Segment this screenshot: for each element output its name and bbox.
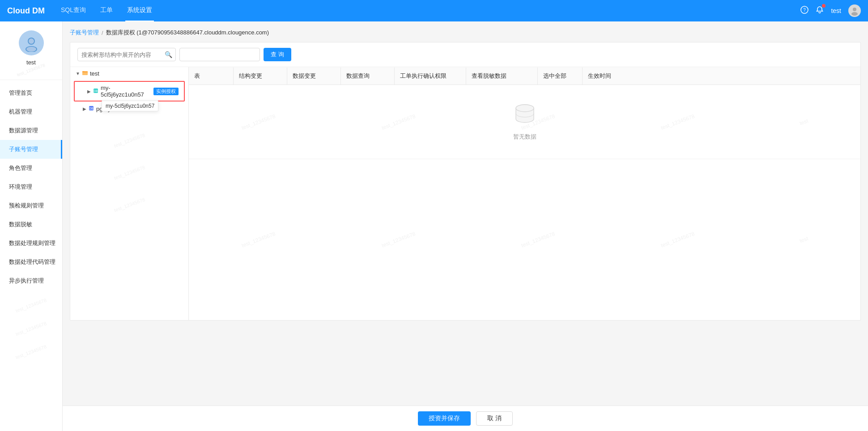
breadcrumb-sep: / [102, 30, 103, 36]
tree-item-mysql[interactable]: ▶ DB my-5cl5j6yzc1u0n57 实例授权 [75, 82, 184, 101]
th-ticket: 工单执行确认权限 [395, 68, 466, 85]
toolbar: 🔍 查 询 [70, 42, 860, 67]
sidebar-avatar-icon [19, 30, 44, 55]
nav-system-settings[interactable]: 系统设置 [125, 0, 154, 21]
top-navigation: Cloud DM SQL查询 工单 系统设置 ? test [0, 0, 868, 21]
main-layout: test test_12345678 管理首页 机器管理 数据源管理 子账号管理… [0, 21, 868, 431]
sidebar-item-environment[interactable]: 环境管理 [0, 177, 62, 196]
user-avatar[interactable] [848, 4, 861, 17]
tree-panel: ▼ test ▶ DB my-5cl5j6yzc1u [70, 67, 189, 320]
svg-text:DB: DB [94, 89, 98, 93]
tree-wm3: test_12345678 [113, 197, 146, 213]
th-effective: 生效时间 [583, 68, 636, 85]
mysql-icon: DB [93, 88, 99, 95]
wm-r2: test_12345678 [381, 113, 416, 131]
svg-text:DB: DB [89, 107, 94, 110]
right-panel: 表 结构变更 数据变更 数据查询 工单执行确认权限 查看脱敏数据 选中全部 生效… [189, 67, 860, 320]
empty-state: 暂无数据 [512, 85, 537, 159]
sidebar-item-role[interactable]: 角色管理 [0, 159, 62, 177]
sidebar-user: test test_12345678 [0, 21, 62, 80]
svg-text:?: ? [804, 8, 806, 13]
sidebar-item-data-process-code[interactable]: 数据处理代码管理 [0, 253, 62, 271]
app-logo: Cloud DM [7, 6, 45, 16]
bottom-bar: 授资并保存 取 消 [63, 406, 868, 431]
sidebar: test test_12345678 管理首页 机器管理 数据源管理 子账号管理… [0, 21, 63, 431]
sidebar-item-dashboard[interactable]: 管理首页 [0, 84, 62, 102]
tree-item-root[interactable]: ▼ test [70, 67, 188, 80]
query-button[interactable]: 查 询 [264, 48, 291, 61]
nav-ticket[interactable]: 工单 [98, 0, 115, 21]
svg-point-7 [26, 47, 36, 52]
svg-rect-9 [82, 71, 85, 72]
th-data-query: 数据查询 [341, 68, 395, 85]
content-card: 🔍 查 询 ▼ test [70, 42, 861, 321]
username-label: test [831, 7, 841, 14]
action-tag[interactable]: 实例授权 [153, 88, 179, 95]
sidebar-item-machine[interactable]: 机器管理 [0, 102, 62, 121]
tree-mysql-label: my-5cl5j6yzc1u0n57 [101, 85, 152, 98]
expand-icon-mysql: ▶ [87, 89, 91, 94]
query-input[interactable] [179, 48, 260, 61]
breadcrumb-db-auth: 数据库授权 (1@70790956348886647.clouddm.cloug… [106, 29, 269, 37]
empty-db-icon [512, 103, 537, 129]
nav-items: SQL查询 工单 系统设置 [59, 0, 800, 21]
th-table: 表 [189, 68, 234, 85]
search-icon: 🔍 [165, 51, 172, 58]
th-desensitize: 查看脱敏数据 [466, 68, 538, 85]
search-input[interactable] [77, 48, 176, 61]
tree-root-label: test [90, 70, 183, 77]
wm-b1: test_12345678 [241, 231, 276, 249]
th-struct: 结构变更 [234, 68, 287, 85]
table-header: 表 结构变更 数据变更 数据查询 工单执行确认权限 查看脱敏数据 选中全部 生效… [189, 67, 860, 85]
nav-right: ? test [800, 4, 861, 17]
sidebar-item-subaccount[interactable]: 子账号管理 [0, 140, 62, 159]
tooltip-popup: my-5cl5j6yzc1u0n57 [102, 101, 158, 111]
breadcrumb: 子账号管理 / 数据库授权 (1@70790956348886647.cloud… [70, 29, 861, 37]
svg-point-2 [853, 8, 856, 11]
table-body: test_12345678 test_12345678 test_1234567… [189, 85, 860, 320]
nav-sql-query[interactable]: SQL查询 [59, 0, 88, 21]
sidebar-item-datasource[interactable]: 数据源管理 [0, 121, 62, 140]
main-content: 子账号管理 / 数据库授权 (1@70790956348886647.cloud… [63, 21, 868, 431]
sidebar-item-precheck[interactable]: 预检规则管理 [0, 196, 62, 215]
wm-r4: test_12345678 [660, 113, 695, 131]
notification-badge [822, 4, 825, 8]
svg-point-3 [851, 12, 858, 16]
no-data-section: test_12345678 test_12345678 test_1234567… [189, 85, 860, 159]
sidebar-menu: 管理首页 机器管理 数据源管理 子账号管理 角色管理 环境管理 预检规则管理 数… [0, 80, 62, 294]
sidebar-wm1: test_12345678 [15, 297, 47, 313]
wm-b2: test_12345678 [381, 231, 416, 249]
tree-wm1: test_12345678 [113, 132, 146, 148]
folder-icon [82, 70, 88, 77]
wm-r1: test_12345678 [241, 113, 276, 131]
wm-b3: test_12345678 [520, 231, 556, 249]
search-wrap: 🔍 [77, 48, 176, 61]
tree-wm2: test_12345678 [113, 165, 146, 181]
data-section: test_12345678 test_12345678 test_1234567… [189, 159, 860, 320]
th-data-change: 数据变更 [287, 68, 341, 85]
wm-b4: test_12345678 [660, 231, 695, 249]
expand-icon: ▼ [76, 71, 80, 76]
sidebar-wm3: test_12345678 [15, 344, 47, 360]
wm-r5: test [799, 118, 809, 127]
bell-icon[interactable] [816, 6, 824, 16]
split-layout: ▼ test ▶ DB my-5cl5j6yzc1u [70, 67, 860, 320]
empty-text: 暂无数据 [513, 133, 536, 141]
expand-icon-pg: ▶ [83, 106, 86, 111]
svg-point-6 [29, 38, 34, 44]
sidebar-item-desensitize[interactable]: 数据脱敏 [0, 215, 62, 234]
pg-icon: DB [88, 105, 94, 113]
cancel-button[interactable]: 取 消 [476, 411, 513, 426]
wm-b5: test [799, 235, 809, 244]
help-icon[interactable]: ? [800, 6, 808, 16]
breadcrumb-subaccount[interactable]: 子账号管理 [70, 29, 99, 37]
sidebar-username: test [26, 59, 36, 66]
save-button[interactable]: 授资并保存 [418, 411, 471, 426]
sidebar-item-data-process-rule[interactable]: 数据处理规则管理 [0, 234, 62, 253]
tree-item-highlighted-wrapper: ▶ DB my-5cl5j6yzc1u0n57 实例授权 my-5cl5j6yz… [74, 81, 185, 101]
sidebar-wm2: test_12345678 [15, 321, 47, 337]
sidebar-item-async-exec[interactable]: 异步执行管理 [0, 271, 62, 290]
th-select-all: 选中全部 [538, 68, 583, 85]
svg-point-15 [516, 105, 534, 112]
